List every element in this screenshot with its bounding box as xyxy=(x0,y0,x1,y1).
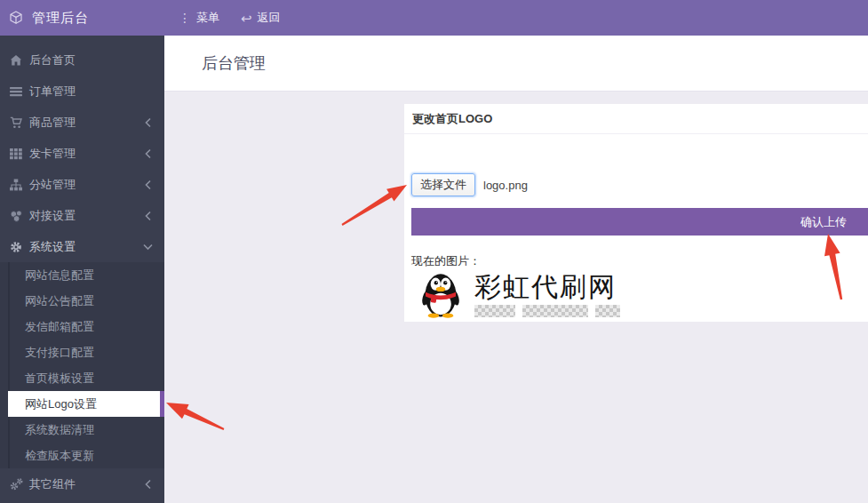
censor-block xyxy=(595,305,620,317)
chevron-left-icon xyxy=(144,211,152,221)
sidebar-item-system-settings[interactable]: 系统设置 xyxy=(0,231,164,262)
cart-icon xyxy=(9,116,23,130)
menu-button-label: 菜单 xyxy=(196,10,219,26)
censor-block xyxy=(474,305,515,317)
content-area: 更改首页LOGO 选择文件 logo.png 确认上传 现在的图片： xyxy=(164,92,868,503)
current-logo-image: 彩虹代刷网 xyxy=(419,272,868,318)
gear-icon xyxy=(9,240,23,254)
submenu-item-mail-config[interactable]: 发信邮箱配置 xyxy=(0,314,164,339)
submenu-item-site-notice[interactable]: 网站公告配置 xyxy=(0,288,164,314)
sidebar-item-label: 系统设置 xyxy=(29,239,144,255)
sidebar: 后台首页 订单管理 商品管理 发卡管理 分站管理 xyxy=(0,36,164,503)
reply-arrow-icon: ↩ xyxy=(241,12,252,25)
app-title: 管理后台 xyxy=(32,10,89,27)
coins-icon xyxy=(9,209,23,223)
sitemap-icon xyxy=(9,178,23,192)
back-button-label: 返回 xyxy=(258,10,281,26)
kebab-icon: ⋮ xyxy=(179,12,191,24)
back-button[interactable]: ↩ 返回 xyxy=(234,0,288,36)
confirm-upload-button[interactable]: 确认上传 xyxy=(411,208,868,236)
home-icon xyxy=(9,53,23,68)
page-title: 后台管理 xyxy=(202,52,266,74)
sidebar-item-label: 对接设置 xyxy=(29,208,144,224)
submenu-item-template-settings[interactable]: 首页模板设置 xyxy=(0,365,164,391)
page-header: 后台管理 xyxy=(164,36,868,92)
sidebar-item-label: 发卡管理 xyxy=(29,146,144,162)
app-brand: 管理后台 xyxy=(0,10,164,27)
system-settings-submenu: 网站信息配置 网站公告配置 发信邮箱配置 支付接口配置 首页模板设置 网站Log… xyxy=(0,262,164,468)
choose-file-button[interactable]: 选择文件 xyxy=(411,173,475,196)
sidebar-item-label: 其它组件 xyxy=(29,476,144,492)
submenu-item-logo-settings[interactable]: 网站Logo设置 xyxy=(8,391,164,417)
submenu-item-payment-config[interactable]: 支付接口配置 xyxy=(0,339,164,365)
card-title: 更改首页LOGO xyxy=(404,104,868,134)
sidebar-item-api-settings[interactable]: 对接设置 xyxy=(0,200,164,231)
topbar: 管理后台 ⋮ 菜单 ↩ 返回 xyxy=(0,0,868,36)
censor-block xyxy=(522,305,588,317)
chevron-left-icon xyxy=(144,148,152,159)
censored-subtitle xyxy=(474,305,620,317)
chevron-left-icon xyxy=(144,117,152,128)
chevron-left-icon xyxy=(144,180,152,190)
submenu-item-version-check[interactable]: 检查版本更新 xyxy=(0,443,164,468)
sidebar-item-label: 订单管理 xyxy=(29,84,152,100)
logo-text-block: 彩虹代刷网 xyxy=(474,272,620,317)
card-body: 选择文件 logo.png 确认上传 现在的图片： xyxy=(404,134,868,322)
grid-icon xyxy=(9,147,23,161)
sidebar-item-label: 商品管理 xyxy=(29,115,144,131)
cube-icon xyxy=(9,11,23,25)
main-area: 后台管理 更改首页LOGO 选择文件 logo.png 确认上传 现在的图片： xyxy=(164,36,868,503)
submenu-item-site-info[interactable]: 网站信息配置 xyxy=(0,262,164,288)
sidebar-item-substations[interactable]: 分站管理 xyxy=(0,169,164,200)
sidebar-item-cards[interactable]: 发卡管理 xyxy=(0,138,164,169)
chevron-left-icon xyxy=(144,479,152,490)
current-image-label: 现在的图片： xyxy=(411,253,868,269)
sidebar-item-products[interactable]: 商品管理 xyxy=(0,107,164,138)
cogs-icon xyxy=(9,477,23,491)
sidebar-item-orders[interactable]: 订单管理 xyxy=(0,76,164,107)
chevron-down-icon xyxy=(144,242,152,252)
sidebar-item-home[interactable]: 后台首页 xyxy=(0,44,164,76)
sidebar-item-label: 后台首页 xyxy=(29,52,152,68)
list-icon xyxy=(9,84,23,99)
file-input-row: 选择文件 logo.png xyxy=(411,173,868,196)
submenu-item-data-cleanup[interactable]: 系统数据清理 xyxy=(0,417,164,443)
qq-penguin-icon xyxy=(419,272,462,318)
menu-button[interactable]: ⋮ 菜单 xyxy=(171,0,227,36)
logo-settings-card: 更改首页LOGO 选择文件 logo.png 确认上传 现在的图片： xyxy=(404,104,868,322)
selected-file-name: logo.png xyxy=(483,179,528,192)
sidebar-item-label: 分站管理 xyxy=(29,177,144,193)
logo-text: 彩虹代刷网 xyxy=(474,272,620,302)
sidebar-item-other-components[interactable]: 其它组件 xyxy=(0,468,164,499)
